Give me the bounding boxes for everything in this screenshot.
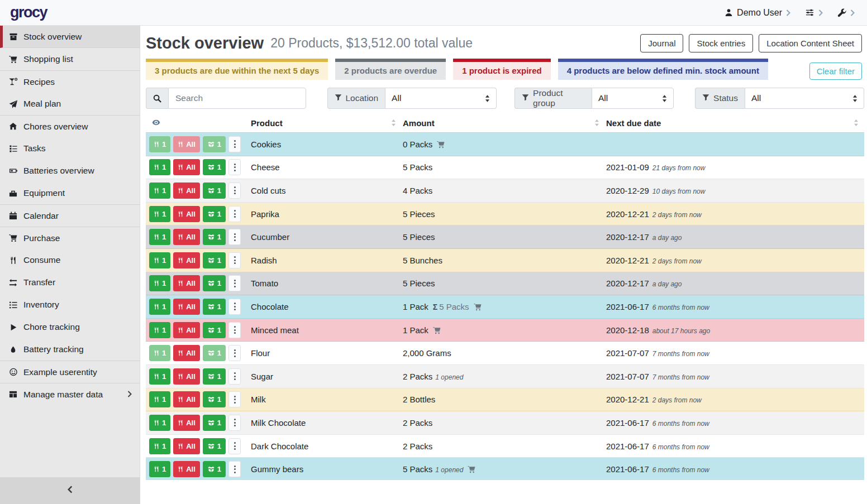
admin-menu[interactable]	[837, 8, 855, 17]
product-group-filter-select[interactable]: All	[592, 88, 674, 109]
consume-one-button[interactable]: 1	[149, 275, 170, 291]
consume-one-button[interactable]: 1	[149, 461, 170, 477]
banner-belowmin[interactable]: 4 products are below defined min. stock …	[558, 59, 768, 80]
sidebar-item-equipment[interactable]: Equipment	[0, 182, 140, 204]
sidebar-item-batteries-overview[interactable]: Batteries overview	[0, 160, 140, 182]
row-menu-button[interactable]	[228, 229, 241, 245]
consume-one-button[interactable]: 1	[149, 322, 170, 338]
eye-icon[interactable]	[151, 118, 161, 128]
column-header-product[interactable]: Product	[251, 118, 283, 128]
consume-one-button[interactable]: 1	[149, 252, 170, 268]
row-menu-button[interactable]	[228, 159, 241, 175]
open-one-button[interactable]: 1	[203, 438, 226, 454]
consume-all-button[interactable]: All	[173, 368, 200, 385]
consume-all-button[interactable]: All	[173, 438, 200, 454]
open-one-button[interactable]: 1	[203, 368, 226, 385]
column-header-next-due-date[interactable]: Next due date	[606, 118, 661, 128]
consume-one-button[interactable]: 1	[149, 136, 170, 152]
consume-one-button[interactable]: 1	[149, 391, 170, 407]
row-menu-button[interactable]	[228, 322, 241, 338]
consume-one-button[interactable]: 1	[149, 229, 170, 245]
sidebar-item-inventory[interactable]: Inventory	[0, 294, 140, 316]
status-filter-select[interactable]: All	[745, 88, 864, 109]
row-menu-button[interactable]	[228, 275, 241, 291]
row-menu-button[interactable]	[228, 461, 241, 477]
location-content-sheet-button[interactable]: Location Content Sheet	[759, 34, 862, 52]
row-menu-button[interactable]	[228, 415, 241, 431]
sort-icon[interactable]	[854, 118, 859, 128]
sidebar-item-purchase[interactable]: Purchase	[0, 227, 140, 249]
search-input[interactable]	[168, 88, 306, 109]
consume-all-button[interactable]: All	[173, 275, 200, 291]
consume-one-button[interactable]: 1	[149, 299, 170, 315]
open-one-button[interactable]: 1	[203, 275, 226, 291]
banner-duesoon[interactable]: 3 products are due within the next 5 day…	[146, 59, 328, 80]
sidebar-item-shopping-list[interactable]: Shopping list	[0, 48, 140, 70]
consume-one-button[interactable]: 1	[149, 206, 170, 222]
user-menu[interactable]: Demo User	[725, 8, 790, 18]
open-one-button[interactable]: 1	[203, 206, 226, 222]
row-menu-button[interactable]	[228, 252, 241, 268]
sidebar-item-chore-tracking[interactable]: Chore tracking	[0, 316, 140, 338]
clear-filter-button[interactable]: Clear filter	[809, 63, 862, 80]
row-menu-button[interactable]	[228, 345, 241, 361]
stock-entries-button[interactable]: Stock entries	[689, 34, 753, 52]
row-menu-button[interactable]	[228, 183, 241, 199]
location-filter-select[interactable]: All	[385, 88, 497, 109]
row-menu-button[interactable]	[228, 368, 241, 385]
consume-all-button[interactable]: All	[173, 345, 200, 361]
consume-one-button[interactable]: 1	[149, 183, 170, 199]
sort-icon[interactable]	[594, 118, 599, 128]
sidebar-item-example-userentity[interactable]: Example userentity	[0, 361, 140, 383]
open-one-button[interactable]: 1	[203, 415, 226, 431]
sidebar-item-battery-tracking[interactable]: Battery tracking	[0, 338, 140, 361]
consume-all-button[interactable]: All	[173, 229, 200, 245]
row-menu-button[interactable]	[228, 136, 241, 152]
sidebar-item-stock-overview[interactable]: Stock overview	[0, 26, 140, 48]
settings-menu[interactable]	[805, 8, 823, 17]
open-one-button[interactable]: 1	[203, 159, 226, 175]
consume-all-button[interactable]: All	[173, 299, 200, 315]
sidebar-item-tasks[interactable]: Tasks	[0, 137, 140, 160]
sidebar-item-consume[interactable]: Consume	[0, 249, 140, 271]
consume-all-button[interactable]: All	[173, 461, 200, 477]
consume-all-button[interactable]: All	[173, 391, 200, 407]
consume-one-button[interactable]: 1	[149, 438, 170, 454]
sidebar-collapse-button[interactable]	[0, 477, 140, 504]
open-one-button[interactable]: 1	[203, 345, 226, 361]
open-one-button[interactable]: 1	[203, 252, 226, 268]
open-one-button[interactable]: 1	[203, 136, 226, 152]
consume-all-button[interactable]: All	[173, 183, 200, 199]
consume-all-button[interactable]: All	[173, 136, 200, 152]
consume-one-button[interactable]: 1	[149, 345, 170, 361]
consume-all-button[interactable]: All	[173, 322, 200, 338]
open-one-button[interactable]: 1	[203, 391, 226, 407]
row-menu-button[interactable]	[228, 206, 241, 222]
row-menu-button[interactable]	[228, 438, 241, 454]
open-one-button[interactable]: 1	[203, 229, 226, 245]
sidebar-item-recipes[interactable]: Recipes	[0, 70, 140, 93]
banner-overdue[interactable]: 2 products are overdue	[335, 59, 446, 80]
open-one-button[interactable]: 1	[203, 299, 226, 315]
sidebar-item-calendar[interactable]: Calendar	[0, 204, 140, 227]
consume-one-button[interactable]: 1	[149, 368, 170, 385]
open-one-button[interactable]: 1	[203, 461, 226, 477]
sort-icon[interactable]	[391, 118, 396, 128]
consume-all-button[interactable]: All	[173, 159, 200, 175]
journal-button[interactable]: Journal	[640, 34, 683, 52]
consume-all-button[interactable]: All	[173, 415, 200, 431]
consume-one-button[interactable]: 1	[149, 415, 170, 431]
sidebar-item-manage-master-data[interactable]: Manage master data	[0, 383, 140, 405]
row-menu-button[interactable]	[228, 391, 241, 407]
sidebar-item-meal-plan[interactable]: Meal plan	[0, 93, 140, 115]
row-menu-button[interactable]	[228, 299, 241, 315]
banner-expired[interactable]: 1 product is expired	[453, 59, 551, 80]
consume-all-button[interactable]: All	[173, 206, 200, 222]
consume-one-button[interactable]: 1	[149, 159, 170, 175]
open-one-button[interactable]: 1	[203, 183, 226, 199]
sidebar-item-transfer[interactable]: Transfer	[0, 271, 140, 294]
open-one-button[interactable]: 1	[203, 322, 226, 338]
sidebar-item-chores-overview[interactable]: Chores overview	[0, 115, 140, 137]
column-header-amount[interactable]: Amount	[403, 118, 435, 128]
consume-all-button[interactable]: All	[173, 252, 200, 268]
